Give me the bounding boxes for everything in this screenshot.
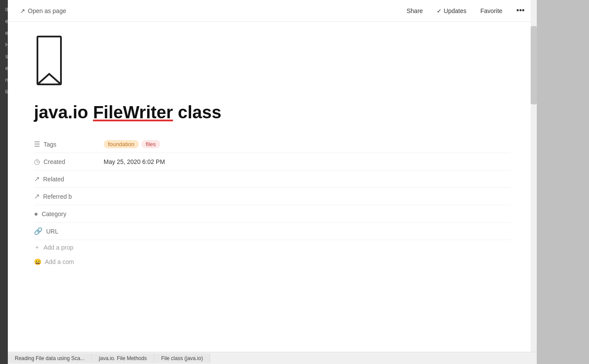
add-comment-row[interactable]: 😀 Add a com	[34, 255, 511, 269]
url-row: 🔗 URL	[34, 223, 511, 240]
tag-files[interactable]: files	[141, 140, 160, 148]
share-button[interactable]: Share	[403, 6, 426, 16]
title-part1: java.io	[34, 103, 93, 122]
favorite-label: Favorite	[481, 7, 503, 14]
updates-label: Updates	[444, 7, 466, 14]
bottom-tab-1[interactable]: Reading File data using Sca...	[8, 354, 92, 363]
add-prop-label: Add a prop	[44, 244, 74, 251]
category-row: ● Category	[34, 205, 511, 223]
add-comment-label: Add a com	[45, 258, 74, 265]
referred-by-row: ↗ Referred b	[34, 188, 511, 205]
emoji-icon: 😀	[34, 258, 41, 265]
svg-rect-0	[37, 37, 61, 84]
more-options-button[interactable]: •••	[513, 4, 528, 17]
bottom-tab-3[interactable]: File class (java.io)	[154, 354, 210, 363]
bottom-tab-2[interactable]: java.io. File Methods	[92, 354, 154, 363]
related-icon: ↗	[34, 175, 40, 183]
add-prop-icon: ＋	[34, 244, 40, 251]
category-icon: ●	[34, 210, 38, 218]
created-label: ◷ Created	[34, 157, 104, 166]
created-value: May 25, 2020 6:02 PM	[104, 158, 511, 165]
open-as-page-icon: ↗	[20, 7, 25, 14]
tags-value: foundation files	[104, 140, 511, 148]
updates-button[interactable]: ✓ Updates	[433, 6, 470, 16]
header-left: ↗ Open as page	[17, 6, 70, 16]
tags-icon: ☰	[34, 140, 40, 148]
more-icon: •••	[516, 6, 525, 15]
favorite-button[interactable]: Favorite	[477, 6, 506, 16]
url-label: 🔗 URL	[34, 227, 104, 235]
open-as-page-button[interactable]: ↗ Open as page	[17, 6, 70, 16]
title-part3: class	[173, 103, 221, 122]
related-row: ↗ Related × × In	[34, 170, 511, 188]
category-label: ● Category	[34, 210, 104, 218]
url-icon: 🔗	[34, 227, 43, 235]
related-label: ↗ Related	[34, 175, 104, 183]
content-area: java.io FileWriter class ☰ Tags foundati…	[8, 22, 537, 352]
created-row: ◷ Created May 25, 2020 6:02 PM	[34, 153, 511, 170]
add-property-row[interactable]: ＋ Add a prop	[34, 240, 511, 255]
open-as-page-label: Open as page	[28, 7, 66, 14]
tag-foundation[interactable]: foundation	[104, 140, 139, 148]
page-title: java.io FileWriter class	[34, 102, 511, 123]
header-bar: ↗ Open as page Share ✓ Updates Favorite …	[8, 0, 537, 22]
page-bookmark-icon	[34, 35, 511, 93]
header-right: Share ✓ Updates Favorite •••	[403, 4, 528, 17]
check-icon: ✓	[437, 7, 442, 14]
bottom-tab-bar: Reading File data using Sca... java.io. …	[8, 352, 537, 364]
title-part2: FileWriter	[93, 103, 173, 122]
tags-row: ☰ Tags foundation files	[34, 136, 511, 153]
referred-icon: ↗	[34, 192, 40, 200]
tags-label: ☰ Tags	[34, 140, 104, 148]
referred-by-label: ↗ Referred b	[34, 192, 104, 200]
clock-icon: ◷	[34, 157, 40, 166]
share-label: Share	[407, 7, 423, 14]
main-panel: ↗ Open as page Share ✓ Updates Favorite …	[8, 0, 537, 352]
properties-section: ☰ Tags foundation files ◷ Created May 25…	[34, 136, 511, 269]
